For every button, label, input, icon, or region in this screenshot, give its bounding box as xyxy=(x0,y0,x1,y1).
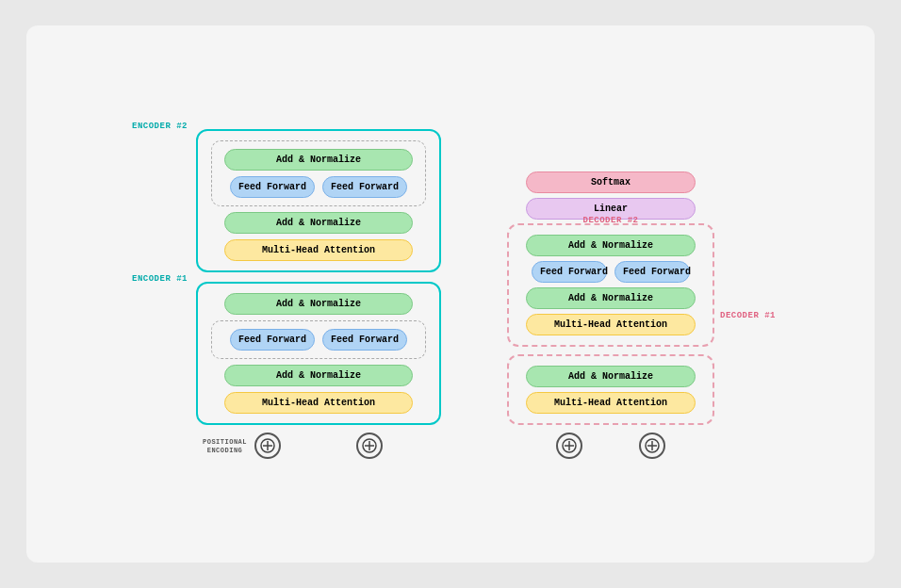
enc-plus-row: POSITIONAL ENCODING xyxy=(254,433,383,459)
dec2-add-norm: Add & Normalize xyxy=(526,287,696,309)
enc1-ff1: Feed Forward xyxy=(230,329,315,351)
encoder-side: ENCODER #2 Add & Normalize Feed Forward … xyxy=(187,129,450,459)
enc-plus-right xyxy=(356,433,383,459)
enc1-dashed: Feed Forward Feed Forward xyxy=(211,320,426,359)
enc2-ff2: Feed Forward xyxy=(322,176,407,198)
dec-plus-left xyxy=(556,433,582,459)
enc1-add-norm: Add & Normalize xyxy=(224,365,413,386)
enc2-ff-row: Feed Forward Feed Forward xyxy=(230,176,407,198)
enc1-add-norm-top: Add & Normalize xyxy=(224,293,413,315)
decoder-side: DECODER #1 Softmax Linear DECODER #2 Add… xyxy=(507,172,714,459)
positional-label: POSITIONAL ENCODING xyxy=(203,438,247,455)
encoder1-label: ENCODER #1 xyxy=(132,274,188,284)
enc2-add-norm-top: Add & Normalize xyxy=(224,149,413,171)
enc2-mha: Multi-Head Attention xyxy=(224,239,413,261)
dec1-mha: Multi-Head Attention xyxy=(526,392,696,414)
enc1-mha: Multi-Head Attention xyxy=(224,392,413,414)
dec2-add-norm-top: Add & Normalize xyxy=(526,235,696,256)
dec2-ff-row: Feed Forward Feed Forward xyxy=(532,261,690,283)
diagram-container: ENCODER #2 Add & Normalize Feed Forward … xyxy=(187,129,714,459)
encoder2-label: ENCODER #2 xyxy=(132,122,188,131)
dec2-ff2: Feed Forward xyxy=(614,261,690,283)
enc2-ff1: Feed Forward xyxy=(230,176,315,198)
decoder1-box: Add & Normalize Multi-Head Attention xyxy=(507,354,714,425)
decoder1-label: DECODER #1 xyxy=(720,311,776,320)
dec-plus-right xyxy=(639,433,665,459)
enc2-add-norm: Add & Normalize xyxy=(224,212,413,234)
enc-plus-left xyxy=(254,433,281,459)
encoder2-box: ENCODER #2 Add & Normalize Feed Forward … xyxy=(196,129,441,272)
dec-plus-row xyxy=(556,433,665,459)
enc2-dashed: Add & Normalize Feed Forward Feed Forwar… xyxy=(211,140,426,206)
decoder-top-area: Softmax Linear xyxy=(507,172,714,220)
encoder1-box: ENCODER #1 Add & Normalize Feed Forward … xyxy=(196,282,441,425)
dec2-ff1: Feed Forward xyxy=(532,261,607,283)
enc1-ff-row: Feed Forward Feed Forward xyxy=(230,329,407,351)
softmax-block: Softmax xyxy=(526,172,696,193)
dec2-mha: Multi-Head Attention xyxy=(526,314,696,335)
decoder2-box: DECODER #2 Add & Normalize Feed Forward … xyxy=(507,223,714,347)
dec1-add-norm: Add & Normalize xyxy=(526,366,696,387)
enc1-ff2: Feed Forward xyxy=(322,329,407,351)
main-card: ENCODER #2 Add & Normalize Feed Forward … xyxy=(26,25,875,563)
decoder2-label: DECODER #2 xyxy=(582,216,638,225)
